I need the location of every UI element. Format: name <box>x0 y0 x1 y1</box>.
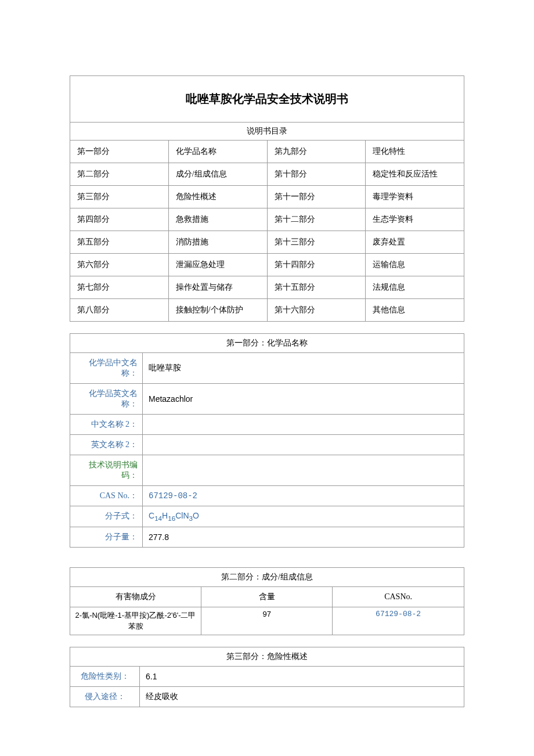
s1-label: 分子量： <box>70 527 143 547</box>
toc-cell: 法规信息 <box>366 276 464 299</box>
toc-cell: 危险性概述 <box>168 186 267 208</box>
toc-cell: 泄漏应急处理 <box>168 254 267 276</box>
toc-cell: 第五部分 <box>70 231 169 254</box>
toc-cell: 第十一部分 <box>267 186 366 208</box>
s2-ingredient: 2-氯-N(吡唑-1-基甲按)乙酰-2'6'-二甲苯胺 <box>70 607 201 635</box>
s3-val-1: 经皮吸收 <box>140 686 464 707</box>
toc-header: 说明书目录 <box>70 123 464 141</box>
s1-label: 化学品中文名称： <box>70 353 143 384</box>
section1-header: 第一部分：化学品名称 <box>70 334 464 353</box>
s2-col2: CASNo. <box>333 586 464 607</box>
s1-label: 中文名称 2： <box>70 415 143 435</box>
s3-label-1: 侵入途径： <box>70 686 140 707</box>
toc-cell: 第十六部分 <box>267 299 366 322</box>
section1-table: 第一部分：化学品名称 化学品中文名称：吡唑草胺化学品英文名称：Metazachl… <box>70 333 464 548</box>
toc-cell: 操作处置与储存 <box>168 276 267 299</box>
s1-value <box>143 415 464 435</box>
s1-value <box>143 455 464 486</box>
s1-label: CAS No.： <box>70 486 143 506</box>
toc-cell: 第十部分 <box>267 163 366 186</box>
toc-cell: 运输信息 <box>366 254 464 276</box>
toc-cell: 稳定性和反应活性 <box>366 163 464 186</box>
toc-cell: 第十四部分 <box>267 254 366 276</box>
s1-value: Metazachlor <box>143 384 464 415</box>
toc-cell: 化学品名称 <box>168 141 267 163</box>
toc-cell: 第七部分 <box>70 276 169 299</box>
toc-cell: 第三部分 <box>70 186 169 208</box>
s3-val-0: 6.1 <box>140 666 464 686</box>
section2-header: 第二部分：成分/组成信息 <box>70 567 464 586</box>
toc-cell: 第一部分 <box>70 141 169 163</box>
s2-content: 97 <box>201 607 333 635</box>
s2-col0: 有害物成分 <box>70 586 201 607</box>
toc-cell: 成分/组成信息 <box>168 163 267 186</box>
toc-cell: 第十三部分 <box>267 231 366 254</box>
s1-label: 分子式： <box>70 506 143 527</box>
toc-cell: 第十五部分 <box>267 276 366 299</box>
s2-col1: 含量 <box>201 586 333 607</box>
toc-cell: 急救措施 <box>168 208 267 231</box>
s3-label-0: 危险性类别： <box>70 666 140 686</box>
toc-cell: 第十二部分 <box>267 208 366 231</box>
s1-value: C14H16ClN3O <box>143 506 464 527</box>
toc-cell: 第九部分 <box>267 141 366 163</box>
s1-label: 化学品英文名称： <box>70 384 143 415</box>
toc-table: 吡唑草胺化学品安全技术说明书 说明书目录 第一部分化学品名称第九部分理化特性第二… <box>70 75 464 322</box>
toc-cell: 第二部分 <box>70 163 169 186</box>
toc-cell: 生态学资料 <box>366 208 464 231</box>
toc-cell: 第四部分 <box>70 208 169 231</box>
toc-cell: 废弃处置 <box>366 231 464 254</box>
section2-table: 第二部分：成分/组成信息 有害物成分 含量 CASNo. 2-氯-N(吡唑-1-… <box>70 567 464 635</box>
section3-table: 第三部分：危险性概述 危险性类别： 6.1 侵入途径： 经皮吸收 <box>70 647 464 707</box>
s1-label: 技术说明书编码： <box>70 455 143 486</box>
s1-value <box>143 435 464 455</box>
toc-cell: 第八部分 <box>70 299 169 322</box>
toc-cell: 第六部分 <box>70 254 169 276</box>
s1-value: 吡唑草胺 <box>143 353 464 384</box>
s1-label: 英文名称 2： <box>70 435 143 455</box>
section3-header: 第三部分：危险性概述 <box>70 647 464 666</box>
toc-cell: 接触控制/个体防护 <box>168 299 267 322</box>
toc-cell: 消防措施 <box>168 231 267 254</box>
doc-title: 吡唑草胺化学品安全技术说明书 <box>70 76 464 123</box>
toc-cell: 毒理学资料 <box>366 186 464 208</box>
toc-cell: 理化特性 <box>366 141 464 163</box>
s1-value: 67129-08-2 <box>143 486 464 506</box>
s2-cas: 67129-08-2 <box>333 607 464 635</box>
s1-value: 277.8 <box>143 527 464 547</box>
toc-cell: 其他信息 <box>366 299 464 322</box>
